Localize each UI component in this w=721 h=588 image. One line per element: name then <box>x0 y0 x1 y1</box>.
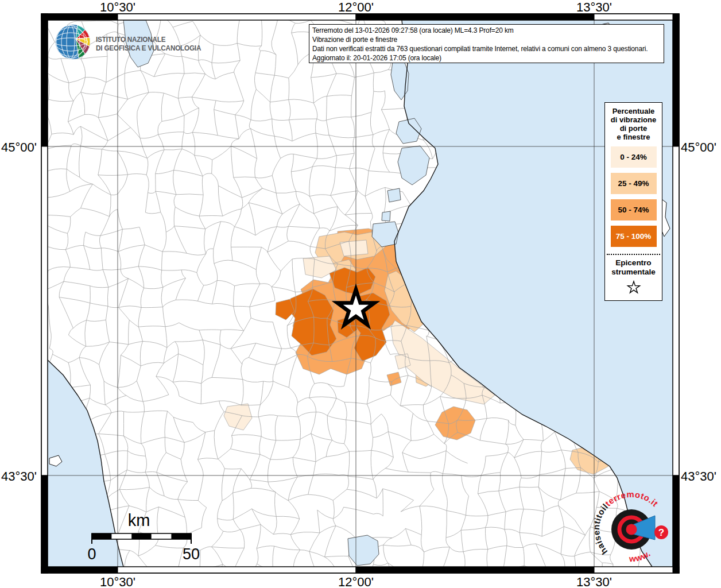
event-data-note: Dati non verificati estratti da 763 ques… <box>312 44 661 53</box>
scale-bar: km 0 50 <box>85 508 206 565</box>
ingv-logo: ISTITUTO NAZIONALE DI GEOFISICA E VULCAN… <box>55 24 213 60</box>
legend-title-line3: di porte <box>605 124 662 133</box>
scale-start-label: 0 <box>87 546 96 563</box>
logo-question-mark: ? <box>658 527 664 538</box>
axis-label-bottom-1200: 12°00' <box>338 575 374 588</box>
legend-title-line4: e finestre <box>605 133 662 141</box>
axis-label-bottom-1030: 10°30' <box>100 575 135 588</box>
legend-epicenter-label: Epicentro strumentale <box>605 258 662 276</box>
logo-www-text: www. <box>629 548 652 563</box>
scale-end-label: 50 <box>183 546 200 563</box>
event-info-box: Terremoto del 13-01-2026 09:27:58 (ora l… <box>309 24 664 63</box>
legend-swatch-25-49: 25 - 49% <box>611 173 657 194</box>
axis-label-top-1200: 12°00' <box>338 0 374 15</box>
haisentito-logo: haisentitoilterremoto.it www. ? <box>590 487 691 585</box>
scale-bar-segments <box>92 533 191 544</box>
axis-label-right-4330: 43°30' <box>681 469 716 484</box>
earthquake-map-page: 10°30' 12°00' 13°30' 10°30' 12°00' 13°30… <box>0 0 721 588</box>
legend-divider <box>607 254 660 255</box>
legend-title: Percentuale di vibrazione di porte e fin… <box>605 107 662 141</box>
legend-title-line2: di vibrazione <box>605 115 662 124</box>
legend-epicenter-line2: strumentale <box>605 268 662 277</box>
epicenter-star-icon <box>626 280 641 295</box>
legend-box: Percentuale di vibrazione di porte e fin… <box>604 102 662 301</box>
scale-unit-label: km <box>128 511 150 529</box>
event-title: Terremoto del 13-01-2026 09:27:58 (ora l… <box>312 26 661 35</box>
ingv-globe-icon <box>55 24 91 60</box>
legend-swatch-0-24: 0 - 24% <box>611 146 657 168</box>
axis-label-left-4500: 45°00' <box>1 140 37 155</box>
legend-swatch-50-74: 50 - 74% <box>611 199 657 220</box>
axis-label-right-4500: 45°00' <box>681 140 716 155</box>
event-subtitle: Vibrazione di porte e finestre <box>312 35 661 44</box>
legend-epicenter-line1: Epicentro <box>605 258 662 268</box>
legend-title-line1: Percentuale <box>605 107 662 115</box>
ingv-name-line1: ISTITUTO NAZIONALE <box>96 36 201 44</box>
axis-label-top-1030: 10°30' <box>100 0 135 15</box>
axis-label-top-1330: 13°30' <box>576 0 612 15</box>
logo-center-dot <box>626 524 637 535</box>
event-updated: Aggiornato il: 20-01-2026 17:05 (ora loc… <box>312 53 661 63</box>
ingv-name-line2: DI GEOFISICA E VULCANOLOGIA <box>96 44 201 53</box>
ingv-wordmark: ISTITUTO NAZIONALE DI GEOFISICA E VULCAN… <box>96 36 201 60</box>
legend-swatch-75-100: 75 - 100% <box>611 226 657 247</box>
axis-label-left-4330: 43°30' <box>1 469 37 484</box>
